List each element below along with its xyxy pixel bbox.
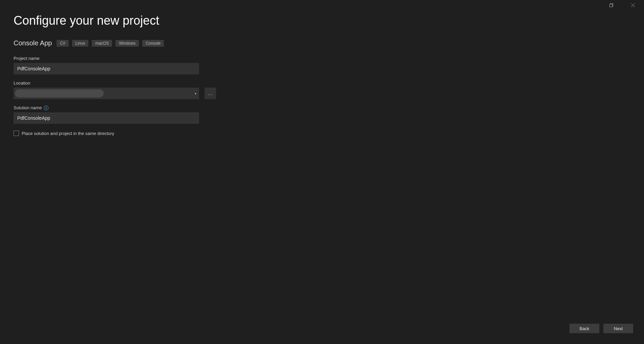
close-icon[interactable] — [625, 0, 641, 10]
svg-rect-1 — [609, 4, 612, 7]
footer-buttons: Back Next — [570, 324, 633, 333]
project-name-label: Project name — [14, 56, 644, 61]
tag-csharp: C# — [57, 40, 68, 47]
maximize-icon[interactable] — [603, 0, 619, 10]
solution-name-label-row: Solution name i — [14, 105, 644, 110]
project-name-group: Project name — [14, 56, 644, 74]
subtitle-row: Console App C# Linux macOS Windows Conso… — [14, 39, 644, 47]
tag-console: Console — [142, 40, 164, 47]
template-name: Console App — [14, 39, 52, 47]
solution-name-input[interactable] — [14, 112, 199, 124]
template-tags: C# Linux macOS Windows Console — [57, 40, 164, 47]
main-content: Configure your new project Console App C… — [0, 0, 644, 136]
same-directory-label[interactable]: Place solution and project in the same d… — [22, 131, 114, 136]
browse-location-button[interactable]: ... — [205, 88, 216, 99]
location-combo[interactable]: ▾ — [14, 88, 199, 99]
same-directory-checkbox[interactable] — [14, 131, 19, 136]
info-icon[interactable]: i — [44, 106, 48, 110]
tag-windows: Windows — [115, 40, 139, 47]
location-group: Location ▾ ... — [14, 81, 644, 99]
back-button[interactable]: Back — [570, 324, 599, 333]
location-input[interactable] — [14, 88, 199, 99]
tag-macos: macOS — [92, 40, 112, 47]
project-name-input[interactable] — [14, 63, 199, 74]
location-label: Location — [14, 81, 644, 86]
next-button[interactable]: Next — [603, 324, 633, 333]
page-title: Configure your new project — [14, 14, 644, 28]
window-titlebar — [603, 0, 644, 10]
solution-name-group: Solution name i — [14, 105, 644, 124]
solution-name-label: Solution name — [14, 105, 42, 110]
tag-linux: Linux — [72, 40, 89, 47]
same-directory-row: Place solution and project in the same d… — [14, 131, 644, 136]
